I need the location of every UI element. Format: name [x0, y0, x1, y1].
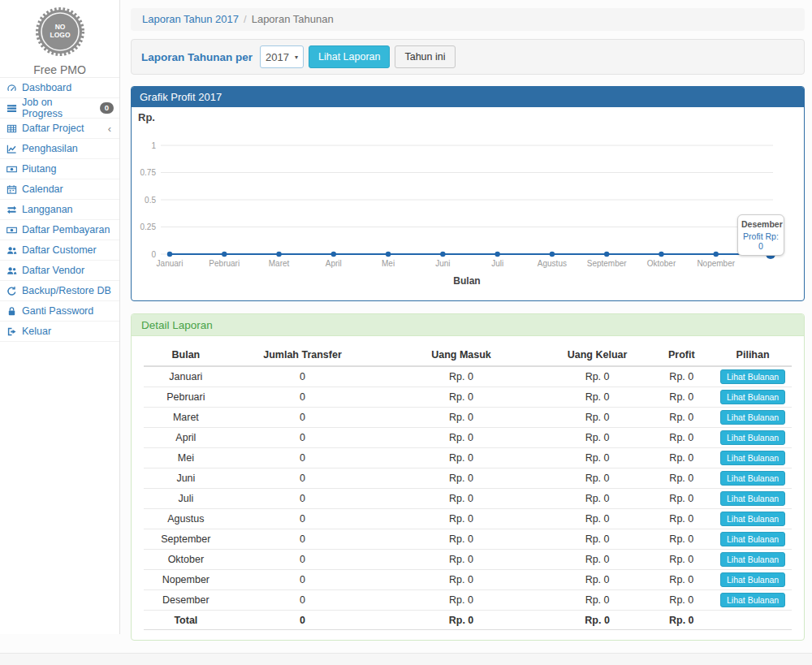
view-monthly-button[interactable]: Lihat Bulanan: [720, 532, 785, 546]
sidebar-item-daftar-vendor[interactable]: Daftar Vendor: [0, 261, 119, 280]
svg-text:Juli: Juli: [491, 259, 503, 268]
sidebar-item-daftar-pembayaran[interactable]: Daftar Pembayaran: [0, 220, 119, 240]
svg-text:April: April: [326, 259, 342, 268]
table-row: Desember0Rp. 0Rp. 0Rp. 0Lihat Bulanan: [144, 590, 792, 611]
svg-text:LOGO: LOGO: [50, 31, 70, 39]
sidebar-item-daftar-project[interactable]: Daftar Project ‹: [0, 119, 119, 138]
col-header-bulan: Bulan: [144, 344, 228, 366]
table-row: September0Rp. 0Rp. 0Rp. 0Lihat Bulanan: [144, 529, 792, 550]
no-logo-badge: NO LOGO: [35, 6, 85, 57]
col-header-uang-keluar: Uang Keluar: [546, 344, 650, 366]
view-monthly-button[interactable]: Lihat Bulanan: [720, 572, 785, 587]
svg-text:Nopember: Nopember: [697, 259, 735, 268]
view-monthly-button[interactable]: Lihat Bulanan: [720, 430, 785, 445]
svg-text:Oktober: Oktober: [647, 259, 676, 268]
sidebar: NO LOGO Free PMO Dashboard Job on Progre…: [0, 0, 120, 634]
sidebar-item-penghasilan[interactable]: Penghasilan: [0, 139, 119, 158]
money-icon: [6, 224, 17, 235]
profit-chart-panel: Grafik Profit 2017 00.250.50.751Rp.Janua…: [131, 86, 805, 301]
svg-text:0.75: 0.75: [140, 168, 157, 177]
sidebar-item-langganan[interactable]: Langganan: [0, 200, 119, 219]
table-row: Pebruari0Rp. 0Rp. 0Rp. 0Lihat Bulanan: [144, 387, 792, 408]
sidebar-item-dashboard[interactable]: Dashboard: [0, 78, 119, 97]
view-monthly-button[interactable]: Lihat Bulanan: [720, 451, 785, 465]
table-row: Juni0Rp. 0Rp. 0Rp. 0Lihat Bulanan: [144, 469, 792, 489]
view-monthly-button[interactable]: Lihat Bulanan: [720, 593, 785, 607]
detail-panel-title: Detail Laporan: [132, 314, 804, 336]
view-monthly-button[interactable]: Lihat Bulanan: [720, 552, 785, 567]
content-area: Laporan Tahun 2017/Laporan Tahunan Lapor…: [121, 0, 812, 641]
page-footer: Powered by Free PMO, and developed with …: [0, 653, 812, 665]
view-monthly-button[interactable]: Lihat Bulanan: [720, 369, 785, 384]
sidebar-item-calendar[interactable]: Calendar: [0, 179, 119, 199]
chevron-down-icon: ▾: [295, 54, 298, 61]
sidebar-item-backup-restore-db[interactable]: Backup/Restore DB: [0, 281, 119, 300]
sidebar-item-piutang[interactable]: Piutang: [0, 159, 119, 179]
sidebar-item-keluar[interactable]: Keluar: [0, 322, 119, 341]
view-monthly-button[interactable]: Lihat Bulanan: [720, 471, 785, 486]
svg-text:Juni: Juni: [435, 259, 450, 268]
dashboard-icon: [6, 82, 17, 93]
detail-report-panel: Detail Laporan Bulan Jumlah Transfer Uan…: [131, 313, 805, 641]
table-row: Oktober0Rp. 0Rp. 0Rp. 0Lihat Bulanan: [144, 550, 792, 570]
svg-text:Pebruari: Pebruari: [209, 259, 240, 268]
report-table: Bulan Jumlah Transfer Uang Masuk Uang Ke…: [144, 344, 792, 630]
sign-out-icon: [6, 326, 17, 337]
sidebar-item-daftar-customer[interactable]: Daftar Customer: [0, 240, 119, 260]
users-icon: [6, 265, 17, 276]
svg-text:Agustus: Agustus: [538, 259, 567, 268]
view-monthly-button[interactable]: Lihat Bulanan: [720, 491, 785, 506]
year-select[interactable]: 2017 ▾: [260, 45, 304, 68]
sidebar-menu: Dashboard Job on Progress 0 Daftar Proje…: [0, 77, 119, 342]
svg-text:0: 0: [151, 250, 156, 259]
view-monthly-button[interactable]: Lihat Bulanan: [720, 410, 785, 425]
table-row: Agustus0Rp. 0Rp. 0Rp. 0Lihat Bulanan: [144, 509, 792, 529]
year-filter-bar: Laporan Tahunan per 2017 ▾ Lihat Laporan…: [131, 39, 805, 75]
col-header-jumlah-transfer: Jumlah Transfer: [228, 344, 378, 366]
svg-text:Bulan: Bulan: [453, 275, 480, 287]
line-chart-icon: [6, 143, 17, 154]
chart-panel-title: Grafik Profit 2017: [132, 87, 804, 107]
chart-tooltip: Desember Profit Rp: 0: [737, 214, 784, 256]
table-row: Nopember0Rp. 0Rp. 0Rp. 0Lihat Bulanan: [144, 570, 792, 590]
tasks-icon: [6, 102, 17, 114]
col-header-pilihan: Pilihan: [714, 344, 792, 366]
refresh-icon: [6, 285, 17, 296]
table-row: Mei0Rp. 0Rp. 0Rp. 0Lihat Bulanan: [144, 448, 792, 469]
brand-name: Free PMO: [0, 63, 119, 76]
exchange-icon: [6, 204, 17, 215]
chevron-left-icon: ‹: [108, 123, 114, 134]
chart-canvas[interactable]: 00.250.50.751Rp.JanuariPebruariMaretApri…: [132, 107, 806, 300]
svg-text:Mei: Mei: [382, 259, 395, 268]
filter-label: Laporan Tahunan per: [141, 51, 253, 63]
svg-text:1: 1: [151, 141, 156, 150]
col-header-profit: Profit: [649, 344, 714, 366]
profit-line-chart[interactable]: 00.250.50.751Rp.JanuariPebruariMaretApri…: [132, 107, 804, 300]
svg-text:NO: NO: [54, 23, 65, 31]
job-count-badge: 0: [100, 102, 114, 114]
view-report-button[interactable]: Lihat Laporan: [309, 45, 390, 68]
col-header-uang-masuk: Uang Masuk: [377, 344, 545, 366]
svg-text:Maret: Maret: [269, 259, 290, 268]
sidebar-item-job-on-progress[interactable]: Job on Progress 0: [0, 98, 119, 118]
svg-text:Rp.: Rp.: [138, 111, 155, 123]
lock-icon: [6, 305, 17, 317]
svg-text:0.5: 0.5: [145, 196, 156, 205]
table-row: Januari0Rp. 0Rp. 0Rp. 0Lihat Bulanan: [144, 366, 792, 387]
money-icon: [6, 163, 17, 175]
table-icon: [6, 123, 17, 134]
breadcrumb-current: Laporan Tahunan: [252, 13, 334, 25]
view-monthly-button[interactable]: Lihat Bulanan: [720, 390, 785, 404]
table-row: Maret0Rp. 0Rp. 0Rp. 0Lihat Bulanan: [144, 408, 792, 428]
brand-box: NO LOGO Free PMO: [0, 0, 119, 77]
view-monthly-button[interactable]: Lihat Bulanan: [720, 512, 785, 526]
breadcrumb-link[interactable]: Laporan Tahun 2017: [142, 13, 239, 25]
svg-text:0.25: 0.25: [140, 222, 157, 231]
breadcrumb: Laporan Tahun 2017/Laporan Tahunan: [131, 8, 805, 31]
svg-text:September: September: [587, 259, 628, 268]
sidebar-item-ganti-password[interactable]: Ganti Password: [0, 301, 119, 321]
table-total-row: Total0Rp. 0Rp. 0Rp. 0: [144, 611, 792, 630]
table-row: Juli0Rp. 0Rp. 0Rp. 0Lihat Bulanan: [144, 489, 792, 509]
this-year-button[interactable]: Tahun ini: [395, 45, 455, 68]
svg-text:Januari: Januari: [157, 259, 184, 268]
